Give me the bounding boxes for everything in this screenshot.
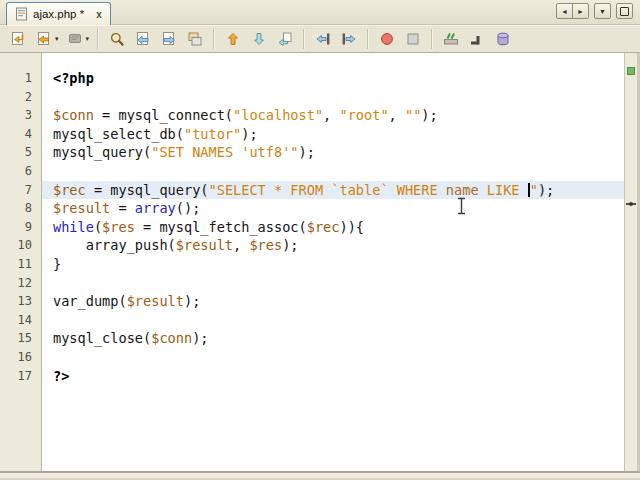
toolbar-separator [213,29,215,49]
start-macro-recording-icon[interactable] [375,27,399,51]
annotations-dropdown-arrow-icon[interactable]: ▾ [86,35,90,43]
toolbar-separator [367,29,369,49]
toolbar-separator [431,29,433,49]
stop-macro-recording-icon[interactable] [401,27,425,51]
back-dropdown-arrow-icon[interactable]: ▾ [55,35,59,43]
ide-window: ajax.php * x ◄ ► ▼ ▾▾ 123456789101112131… [0,0,640,480]
scroll-tabs-left-icon[interactable]: ◄ [556,3,573,19]
code-line-10[interactable]: array_push($result, $res); [42,236,624,255]
gutter: 1234567891011121314151617 [0,53,42,471]
line-number-6: 6 [0,162,41,181]
toolbar-separator [303,29,305,49]
maximize-window-icon[interactable] [616,3,633,19]
line-number-17: 17 [0,367,41,386]
code-line-8[interactable]: $result = array(); [42,199,624,218]
line-number-10: 10 [0,236,41,255]
code-line-1[interactable]: <?php [42,69,624,88]
line-number-8: 8 [0,199,41,218]
find-next-icon[interactable] [157,27,181,51]
code-line-9[interactable]: while($res = mysql_fetch_assoc($rec)){ [42,218,624,237]
line-number-16: 16 [0,348,41,367]
annotations-icon[interactable] [63,27,87,51]
line-number-9: 9 [0,218,41,237]
error-stripe[interactable] [624,53,637,471]
line-number-15: 15 [0,329,41,348]
tab-controls: ◄ ► ▼ [556,3,633,19]
code-line-11[interactable]: } [42,255,624,274]
code-line-4[interactable]: mysql_select_db("tutor"); [42,125,624,144]
line-number-13: 13 [0,292,41,311]
no-errors-indicator-icon[interactable] [627,67,635,75]
php-file-icon [15,7,28,21]
find-previous-icon[interactable] [131,27,155,51]
code-line-7[interactable]: $rec = mysql_query("SELECT * FROM `table… [42,181,624,200]
code-line-17[interactable]: ?> [42,367,624,386]
scroll-tabs-right-icon[interactable]: ► [572,3,589,19]
tab-list-dropdown-icon[interactable]: ▼ [594,3,611,19]
find-icon[interactable] [105,27,129,51]
line-number-3: 3 [0,106,41,125]
previous-bookmark-icon[interactable] [221,27,245,51]
line-number-5: 5 [0,143,41,162]
last-edit-position-icon[interactable] [6,27,30,51]
database-icon[interactable] [491,27,515,51]
tab-close-icon[interactable]: x [96,9,102,20]
line-number-1: 1 [0,69,41,88]
line-number-7: 7 [0,181,41,200]
code-line-3[interactable]: $conn = mysql_connect("localhost", "root… [42,106,624,125]
tab-label: ajax.php * [33,8,84,20]
shift-line-right-icon[interactable] [337,27,361,51]
code-area[interactable]: <?php$conn = mysql_connect("localhost", … [42,53,624,471]
line-number-4: 4 [0,125,41,144]
code-line-13[interactable]: var_dump($result); [42,292,624,311]
format-code-icon[interactable] [465,27,489,51]
line-number-12: 12 [0,274,41,293]
toggle-highlight-icon[interactable] [183,27,207,51]
tab-ajax-php[interactable]: ajax.php * x [6,2,111,25]
toggle-comment-icon[interactable] [439,27,463,51]
line-number-14: 14 [0,311,41,330]
line-number-11: 11 [0,255,41,274]
code-line-2[interactable] [42,88,624,107]
code-line-5[interactable]: mysql_query("SET NAMES 'utf8'"); [42,143,624,162]
toggle-bookmark-icon[interactable] [273,27,297,51]
toolbar-separator [97,29,99,49]
next-bookmark-icon[interactable] [247,27,271,51]
editor-tab-bar: ajax.php * x ◄ ► ▼ [0,0,640,25]
code-line-14[interactable] [42,311,624,330]
editor-bottom-edge [0,471,640,480]
code-line-6[interactable] [42,162,624,181]
toolbar: ▾▾ [0,25,640,53]
code-line-15[interactable]: mysql_close($conn); [42,329,624,348]
back-icon[interactable] [32,27,56,51]
caret-position-dot [629,202,633,206]
shift-line-left-icon[interactable] [311,27,335,51]
maximize-square-glyph [620,7,629,16]
code-line-16[interactable] [42,348,624,367]
code-line-12[interactable] [42,274,624,293]
line-number-2: 2 [0,88,41,107]
editor: 1234567891011121314151617 <?php$conn = m… [0,53,640,471]
